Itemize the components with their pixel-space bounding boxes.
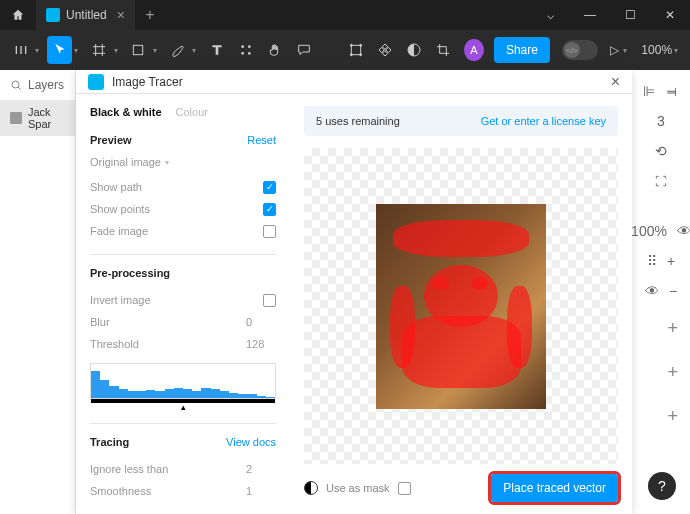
add-button[interactable]: + bbox=[632, 394, 690, 438]
threshold-label: Threshold bbox=[90, 338, 139, 350]
threshold-value[interactable]: 128 bbox=[246, 338, 276, 350]
tab-title: Untitled bbox=[66, 8, 107, 22]
remove-icon[interactable]: − bbox=[669, 283, 677, 299]
close-tab-icon[interactable]: × bbox=[117, 7, 125, 23]
license-link[interactable]: Get or enter a license key bbox=[481, 115, 606, 127]
add-icon[interactable]: + bbox=[667, 253, 675, 269]
minimize-button[interactable]: — bbox=[570, 0, 610, 30]
threshold-histogram[interactable]: ▴ bbox=[90, 363, 276, 399]
component-tool[interactable] bbox=[233, 36, 258, 64]
svg-point-11 bbox=[12, 81, 19, 88]
caret-icon[interactable]: ▾ bbox=[153, 46, 157, 55]
tab-colour[interactable]: Colour bbox=[176, 106, 208, 118]
align-left-icon: ⊫ bbox=[643, 83, 655, 99]
comment-tool[interactable] bbox=[292, 36, 317, 64]
diamond-tool[interactable] bbox=[372, 36, 397, 64]
mask-icon bbox=[304, 481, 318, 495]
document-tab[interactable]: Untitled × bbox=[36, 0, 135, 30]
invert-checkbox[interactable] bbox=[263, 294, 276, 307]
tracing-heading: Tracing bbox=[90, 436, 129, 448]
caret-icon[interactable]: ▾ bbox=[623, 46, 627, 55]
bbox-tool[interactable] bbox=[343, 36, 368, 64]
maximize-button[interactable]: ☐ bbox=[610, 0, 650, 30]
threshold-marker[interactable]: ▴ bbox=[181, 402, 186, 412]
expand-icon[interactable] bbox=[632, 166, 690, 196]
layer-name: Jack Spar bbox=[28, 106, 65, 130]
show-points-label: Show points bbox=[90, 203, 150, 215]
fade-image-label: Fade image bbox=[90, 225, 148, 237]
svg-point-3 bbox=[241, 52, 244, 55]
svg-point-7 bbox=[359, 44, 361, 46]
show-points-checkbox[interactable]: ✓ bbox=[263, 203, 276, 216]
caret-icon[interactable]: ▾ bbox=[114, 46, 118, 55]
svg-rect-0 bbox=[134, 45, 143, 54]
frame-tool[interactable] bbox=[86, 36, 111, 64]
show-path-label: Show path bbox=[90, 181, 142, 193]
app-icon bbox=[46, 8, 60, 22]
zoom-level[interactable]: 100% bbox=[641, 43, 672, 57]
svg-point-8 bbox=[350, 54, 352, 56]
close-panel-button[interactable]: × bbox=[611, 73, 620, 91]
smooth-label: Smoothness bbox=[90, 485, 151, 497]
add-button[interactable]: + bbox=[632, 306, 690, 350]
constrain-icon[interactable]: ⟲ bbox=[632, 136, 690, 166]
svg-point-6 bbox=[350, 44, 352, 46]
preview-canvas bbox=[304, 148, 618, 464]
svg-rect-5 bbox=[351, 45, 360, 54]
use-as-mask-checkbox[interactable] bbox=[398, 482, 411, 495]
license-banner: 5 uses remaining Get or enter a license … bbox=[304, 106, 618, 136]
tracer-icon bbox=[88, 74, 104, 90]
use-as-mask-label: Use as mask bbox=[326, 482, 390, 494]
original-image-select[interactable]: Original image▾ bbox=[90, 156, 276, 168]
layers-title: Layers bbox=[28, 78, 64, 92]
chevron-down-icon: ▾ bbox=[165, 158, 169, 167]
menu-tool[interactable] bbox=[8, 36, 33, 64]
reset-link[interactable]: Reset bbox=[247, 134, 276, 146]
blur-value[interactable]: 0 bbox=[246, 316, 276, 328]
help-button[interactable]: ? bbox=[648, 472, 676, 500]
layer-row[interactable]: Jack Spar bbox=[0, 100, 75, 136]
home-button[interactable] bbox=[0, 0, 36, 30]
add-tab-button[interactable]: + bbox=[135, 6, 165, 24]
caret-icon[interactable]: ▾ bbox=[674, 46, 678, 55]
avatar[interactable]: A bbox=[464, 39, 484, 61]
svg-point-1 bbox=[241, 45, 244, 48]
ignore-value[interactable]: 2 bbox=[246, 463, 276, 475]
ignore-label: Ignore less than bbox=[90, 463, 168, 475]
add-button[interactable]: + bbox=[632, 350, 690, 394]
contrast-tool[interactable] bbox=[402, 36, 427, 64]
code-icon: </> bbox=[564, 42, 580, 58]
opacity-value[interactable]: 100% bbox=[631, 223, 667, 239]
caret-icon[interactable]: ▾ bbox=[35, 46, 39, 55]
layers-header: Layers bbox=[0, 70, 75, 100]
align-right-icon: ⫤ bbox=[665, 83, 679, 99]
traced-image bbox=[376, 204, 546, 409]
move-tool[interactable] bbox=[47, 36, 72, 64]
view-docs-link[interactable]: View docs bbox=[226, 436, 276, 448]
grid-icon[interactable]: ⠿ bbox=[647, 253, 657, 269]
show-path-checkbox[interactable]: ✓ bbox=[263, 181, 276, 194]
fade-image-checkbox[interactable] bbox=[263, 225, 276, 238]
dropdown-icon[interactable]: ⌵ bbox=[530, 0, 570, 30]
text-tool[interactable] bbox=[204, 36, 229, 64]
caret-icon[interactable]: ▾ bbox=[192, 46, 196, 55]
invert-label: Invert image bbox=[90, 294, 151, 306]
eye-icon[interactable]: 👁 bbox=[645, 283, 659, 299]
eye-icon[interactable]: 👁 bbox=[677, 223, 690, 239]
caret-icon[interactable]: ▾ bbox=[74, 46, 78, 55]
pen-tool[interactable] bbox=[165, 36, 190, 64]
close-window-button[interactable]: ✕ bbox=[650, 0, 690, 30]
shape-tool[interactable] bbox=[126, 36, 151, 64]
share-button[interactable]: Share bbox=[494, 37, 550, 63]
place-traced-vector-button[interactable]: Place traced vector bbox=[491, 474, 618, 502]
smooth-value[interactable]: 1 bbox=[246, 485, 276, 497]
image-layer-icon bbox=[10, 112, 22, 124]
crop-tool[interactable] bbox=[431, 36, 456, 64]
tab-bw[interactable]: Black & white bbox=[90, 106, 162, 118]
preview-heading: Preview bbox=[90, 134, 132, 146]
blur-label: Blur bbox=[90, 316, 110, 328]
hand-tool[interactable] bbox=[263, 36, 288, 64]
play-icon[interactable]: ▷ bbox=[610, 43, 619, 57]
align-row[interactable]: ⊫⫤ bbox=[632, 76, 690, 106]
dev-toggle[interactable]: </> bbox=[562, 40, 598, 60]
